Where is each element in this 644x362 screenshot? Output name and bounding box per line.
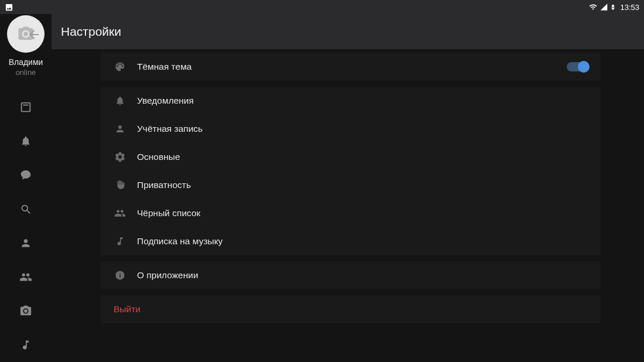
main: Настройки Тёмная тема Уведо bbox=[52, 0, 644, 362]
blacklist-label: Чёрный список bbox=[137, 208, 200, 218]
dark-theme-label: Тёмная тема bbox=[137, 62, 191, 72]
hand-icon bbox=[114, 179, 126, 192]
row-logout[interactable]: Выйти bbox=[101, 295, 601, 323]
music-sub-label: Подписка на музыку bbox=[137, 236, 222, 247]
nav-notifications[interactable] bbox=[19, 134, 33, 148]
info-icon bbox=[114, 269, 126, 282]
nav-search[interactable] bbox=[19, 202, 33, 216]
privacy-label: Приватность bbox=[137, 180, 191, 190]
screenshot-icon bbox=[5, 3, 13, 12]
signal-icon bbox=[600, 3, 608, 11]
group-icon bbox=[114, 207, 126, 220]
row-account[interactable]: Учётная запись bbox=[101, 115, 601, 143]
dark-theme-toggle[interactable] bbox=[567, 62, 588, 71]
row-music-sub[interactable]: Подписка на музыку bbox=[101, 227, 601, 255]
status-time: 13:53 bbox=[620, 3, 639, 12]
gear-icon bbox=[114, 151, 126, 163]
status-bar: 13:53 bbox=[0, 0, 644, 14]
row-privacy[interactable]: Приватность bbox=[101, 171, 601, 199]
wifi-icon bbox=[588, 3, 598, 11]
bell-icon bbox=[114, 94, 126, 107]
row-blacklist[interactable]: Чёрный список bbox=[101, 199, 601, 227]
nav-profile[interactable] bbox=[19, 236, 33, 250]
nav-feed[interactable] bbox=[19, 100, 33, 114]
account-label: Учётная запись bbox=[137, 124, 203, 134]
panel-logout: Выйти bbox=[101, 295, 601, 323]
user-name: Владими bbox=[9, 57, 43, 67]
palette-icon bbox=[114, 60, 126, 73]
user-status: online bbox=[16, 68, 36, 77]
music-icon bbox=[114, 235, 126, 248]
settings-content: Тёмная тема Уведомления Учётная запис bbox=[52, 49, 644, 362]
panel-main: Уведомления Учётная запись Основные bbox=[101, 87, 601, 255]
row-dark-theme[interactable]: Тёмная тема bbox=[101, 53, 601, 81]
nav-camera[interactable] bbox=[19, 304, 33, 318]
battery-charging-icon bbox=[610, 2, 616, 12]
nav-music[interactable] bbox=[19, 338, 33, 352]
panel-about: О приложении bbox=[101, 261, 601, 289]
row-general[interactable]: Основные bbox=[101, 143, 601, 171]
general-label: Основные bbox=[137, 152, 180, 162]
back-button[interactable] bbox=[27, 28, 41, 44]
sidebar: Владими online bbox=[0, 0, 52, 362]
nav-messages[interactable] bbox=[19, 168, 33, 182]
panel-appearance: Тёмная тема bbox=[101, 53, 601, 81]
about-label: О приложении bbox=[137, 270, 198, 281]
page-title: Настройки bbox=[61, 25, 121, 39]
notifications-label: Уведомления bbox=[137, 95, 194, 106]
nav-friends[interactable] bbox=[19, 270, 33, 284]
row-notifications[interactable]: Уведомления bbox=[101, 87, 601, 115]
logout-label: Выйти bbox=[114, 304, 141, 315]
app-root: 13:53 Владими online bbox=[0, 0, 644, 362]
row-about[interactable]: О приложении bbox=[101, 261, 601, 289]
nav-list bbox=[19, 100, 33, 352]
person-icon bbox=[114, 122, 126, 135]
